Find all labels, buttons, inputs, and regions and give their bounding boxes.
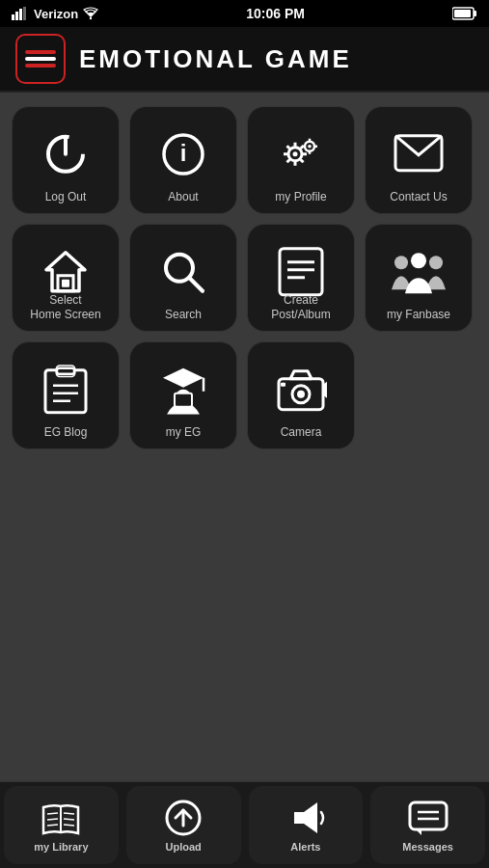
- about-label: About: [168, 190, 198, 203]
- battery-info: [452, 7, 477, 20]
- svg-point-55: [297, 391, 305, 398]
- svg-rect-68: [410, 802, 447, 829]
- svg-point-13: [293, 151, 298, 156]
- svg-line-59: [47, 813, 58, 814]
- my-fanbase-label: my Fanbase: [387, 308, 450, 321]
- select-home-screen-label: Select Home Screen: [30, 293, 100, 321]
- tab-messages[interactable]: Messages: [370, 786, 485, 864]
- svg-point-40: [411, 253, 426, 268]
- svg-point-4: [90, 17, 92, 19]
- my-profile-button[interactable]: my Profile: [247, 106, 355, 214]
- tab-upload[interactable]: Upload: [126, 786, 241, 864]
- chat-icon: [408, 800, 448, 837]
- svg-rect-0: [12, 14, 14, 20]
- tab-upload-label: Upload: [165, 841, 201, 853]
- camera-icon: [275, 369, 327, 412]
- svg-line-63: [64, 819, 74, 820]
- logo-line-2: [25, 57, 56, 61]
- svg-text:i: i: [180, 140, 187, 166]
- svg-line-60: [47, 819, 58, 820]
- app-logo: [15, 34, 66, 84]
- grid-row-2: Select Home Screen Search Create Pos: [12, 224, 477, 332]
- eg-blog-label: EG Blog: [44, 425, 88, 439]
- main-grid: Log Out i About: [0, 93, 489, 457]
- mail-icon: [394, 134, 444, 176]
- tab-my-library[interactable]: my Library: [4, 786, 119, 864]
- wifi-icon: [83, 7, 98, 20]
- svg-rect-2: [19, 9, 22, 20]
- tab-messages-label: Messages: [402, 841, 453, 853]
- camera-button[interactable]: Camera: [247, 341, 355, 449]
- megaphone-icon: [286, 799, 325, 837]
- person-grad-icon: [159, 365, 207, 415]
- svg-rect-56: [281, 383, 285, 387]
- svg-rect-31: [62, 280, 69, 287]
- power-icon: [41, 129, 91, 179]
- document-icon: [278, 247, 324, 297]
- svg-rect-51: [175, 393, 192, 407]
- svg-point-23: [308, 145, 312, 149]
- logo-line-1: [25, 50, 56, 54]
- gears-icon: [276, 129, 326, 179]
- svg-rect-1: [15, 12, 18, 20]
- svg-point-38: [394, 256, 408, 269]
- book-icon: [40, 802, 82, 837]
- my-eg-label: my EG: [166, 425, 202, 439]
- contact-us-label: Contact Us: [390, 190, 447, 203]
- contact-us-button[interactable]: Contact Us: [365, 106, 473, 214]
- create-post-album-label: Create Post/Album: [271, 293, 330, 321]
- upload-icon: [164, 799, 203, 837]
- svg-rect-34: [280, 249, 322, 295]
- my-fanbase-button[interactable]: my Fanbase: [365, 224, 473, 332]
- my-profile-label: my Profile: [275, 190, 326, 203]
- log-out-label: Log Out: [45, 190, 87, 203]
- logo-line-3: [25, 64, 56, 68]
- carrier-info: Verizon: [12, 7, 98, 21]
- svg-marker-48: [163, 368, 204, 388]
- svg-rect-7: [454, 10, 471, 17]
- about-button[interactable]: i About: [129, 106, 237, 214]
- search-icon: [158, 247, 208, 297]
- select-home-screen-button[interactable]: Select Home Screen: [12, 224, 120, 332]
- house-icon: [41, 247, 91, 297]
- eg-blog-button[interactable]: EG Blog: [12, 341, 120, 449]
- tab-my-library-label: my Library: [34, 841, 88, 853]
- svg-line-64: [64, 825, 74, 826]
- svg-line-18: [287, 146, 290, 149]
- group-icon: [392, 249, 446, 295]
- grid-row-1: Log Out i About: [12, 106, 477, 214]
- status-bar: Verizon 10:06 PM: [0, 0, 489, 27]
- create-post-album-button[interactable]: Create Post/Album: [247, 224, 355, 332]
- svg-marker-67: [294, 802, 317, 833]
- camera-label: Camera: [281, 425, 322, 439]
- grid-row-3: EG Blog my EG: [12, 341, 477, 449]
- tab-alerts-label: Alerts: [290, 841, 320, 853]
- tab-bar: my Library Upload Alerts Messages: [0, 781, 489, 868]
- app-title: EMOTIONAL GAME: [79, 44, 352, 74]
- svg-rect-6: [474, 11, 476, 16]
- search-label: Search: [165, 308, 202, 321]
- tab-alerts[interactable]: Alerts: [249, 786, 364, 864]
- svg-line-61: [47, 825, 58, 826]
- signal-icon: [12, 7, 29, 20]
- time-display: 10:06 PM: [246, 6, 305, 21]
- carrier-label: Verizon: [34, 7, 78, 21]
- clipboard-icon: [43, 365, 88, 415]
- info-icon: i: [159, 130, 207, 178]
- battery-icon: [452, 7, 477, 20]
- svg-point-39: [429, 256, 443, 269]
- svg-marker-53: [290, 371, 312, 379]
- my-eg-button[interactable]: my EG: [129, 341, 237, 449]
- svg-line-33: [189, 278, 203, 291]
- log-out-button[interactable]: Log Out: [12, 106, 120, 214]
- search-button[interactable]: Search: [129, 224, 237, 332]
- svg-line-19: [301, 159, 304, 162]
- svg-rect-3: [23, 7, 26, 20]
- svg-line-62: [64, 813, 74, 814]
- svg-line-20: [287, 159, 290, 162]
- app-header: EMOTIONAL GAME: [0, 27, 489, 93]
- empty-space: [0, 457, 489, 631]
